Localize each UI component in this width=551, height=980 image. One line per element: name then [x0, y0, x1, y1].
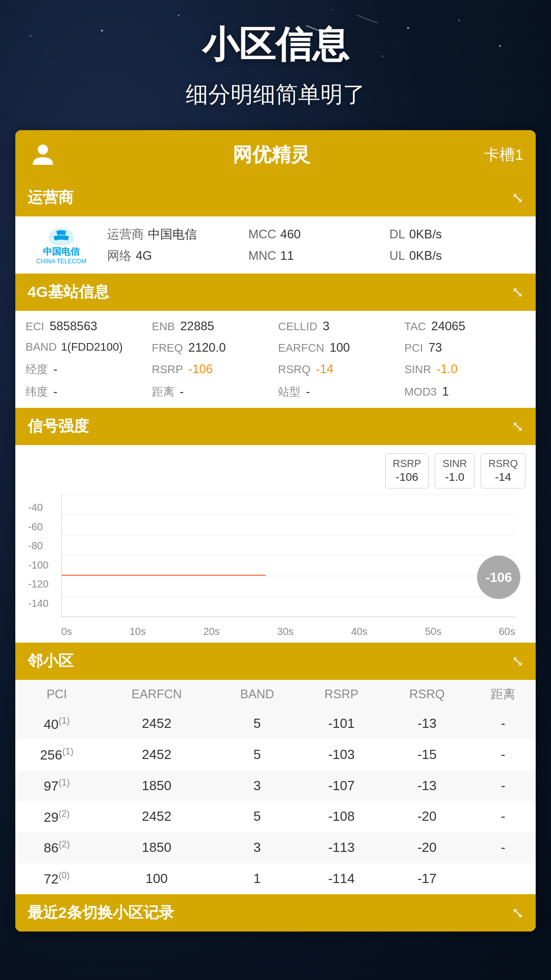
- earfcn-cell: EARFCN 100: [278, 340, 399, 355]
- station-expand-icon[interactable]: ⤡: [512, 284, 523, 301]
- rsrq-legend: RSRQ -14: [481, 453, 525, 488]
- operator-expand-icon[interactable]: ⤡: [512, 189, 523, 206]
- slot-label: 卡槽1: [484, 144, 523, 165]
- pci-value: 29(2): [15, 801, 98, 832]
- station-section-title: 4G基站信息: [28, 282, 109, 303]
- dist-value: -: [470, 739, 536, 770]
- earfcn-value: 1850: [98, 770, 215, 801]
- station-type-cell: 站型 -: [278, 384, 399, 400]
- network-pair: 网络 4G: [107, 248, 243, 264]
- neighbor-section-title: 邻小区: [28, 651, 73, 672]
- table-row: 97(1) 1850 3 -107 -13 -: [15, 770, 536, 801]
- operator-row: 中国电信 CHINA TELECOM 运营商 中国电信 MCC 460 DL: [26, 225, 525, 265]
- chart-grid: [61, 495, 515, 617]
- ul-pair: UL 0KB/s: [389, 248, 525, 264]
- dl-pair: DL 0KB/s: [389, 226, 525, 242]
- col-band: BAND: [215, 680, 299, 708]
- longitude-cell: 经度 -: [26, 362, 147, 377]
- pci-value: 86(2): [15, 832, 98, 863]
- distance-cell: 距离 -: [152, 384, 273, 400]
- neighbor-section-header[interactable]: 邻小区 ⤡: [15, 643, 536, 680]
- operator-section-header[interactable]: 运营商 ⤡: [15, 179, 536, 216]
- logo-cn-text: 中国电信: [43, 246, 80, 258]
- pci-cell: PCI 73: [405, 340, 526, 355]
- dist-value: -: [470, 770, 536, 801]
- band-cell: BAND 1(FDD2100): [26, 340, 147, 355]
- station-grid: ECI 5858563 ENB 22885 CELLID 3 TAC 24065: [26, 319, 525, 400]
- rsrq-value: -13: [384, 770, 470, 801]
- recent-section-header[interactable]: 最近2条切换小区记录 ⤡: [15, 894, 536, 932]
- dist-value: -: [470, 801, 536, 832]
- col-rsrq: RSRQ: [384, 680, 470, 708]
- rsrp-value: -108: [299, 801, 384, 832]
- band-value: 3: [215, 832, 299, 863]
- signal-expand-icon[interactable]: ⤡: [512, 418, 523, 435]
- dist-value: -: [470, 832, 536, 863]
- signal-section-header[interactable]: 信号强度 ⤡: [15, 408, 536, 445]
- operator-name-pair: 运营商 中国电信: [107, 226, 243, 242]
- dist-value: [470, 863, 536, 894]
- neighbor-table-container: PCI EARFCN BAND RSRP RSRQ 距离 40(1) 2452 …: [15, 680, 536, 894]
- col-rsrp: RSRP: [299, 680, 384, 708]
- mod3-cell: MOD3 1: [405, 384, 526, 400]
- chart-legend: RSRP -106 SINR -1.0 RSRQ -14: [26, 453, 525, 488]
- pci-value: 72(0): [15, 863, 98, 894]
- signal-section-title: 信号强度: [28, 416, 89, 437]
- cellid-cell: CELLID 3: [278, 319, 399, 333]
- operator-section-title: 运营商: [28, 187, 73, 208]
- earfcn-value: 2452: [98, 708, 215, 740]
- table-row: 40(1) 2452 5 -101 -13 -: [15, 708, 536, 740]
- rsrp-value: -107: [299, 770, 384, 801]
- operator-info-grid: 运营商 中国电信 MCC 460 DL 0KB/s 网络 4G: [107, 226, 525, 264]
- eci-cell: ECI 5858563: [26, 319, 147, 333]
- col-earfcn: EARFCN: [98, 680, 215, 708]
- rsrp-value: -113: [299, 832, 384, 863]
- neighbor-table: PCI EARFCN BAND RSRP RSRQ 距离 40(1) 2452 …: [15, 680, 536, 894]
- rsrq-value: -17: [384, 863, 470, 894]
- signal-value-bubble: -106: [477, 555, 520, 599]
- earfcn-value: 1850: [98, 832, 215, 863]
- tac-cell: TAC 24065: [405, 319, 526, 333]
- pci-value: 40(1): [15, 708, 98, 740]
- station-section-header[interactable]: 4G基站信息 ⤡: [15, 274, 536, 311]
- band-value: 5: [215, 739, 299, 770]
- rsrq-value: -13: [384, 708, 470, 740]
- rsrp-cell: RSRP -106: [152, 362, 273, 377]
- page-subtitle: 细分明细简单明了: [15, 80, 536, 110]
- svg-point-13: [38, 144, 48, 155]
- x-axis-labels: 0s 10s 20s 30s 40s 50s 60s: [61, 626, 515, 638]
- operator-section-content: 中国电信 CHINA TELECOM 运营商 中国电信 MCC 460 DL: [15, 216, 536, 274]
- recent-expand-icon[interactable]: ⤡: [512, 904, 523, 921]
- person-icon: [28, 139, 58, 170]
- main-card: 网优精灵 卡槽1 运营商 ⤡ 中国电信 CHINA TELECOM: [15, 130, 536, 932]
- table-row: 29(2) 2452 5 -108 -20 -: [15, 801, 536, 832]
- enb-cell: ENB 22885: [152, 319, 273, 333]
- rsrq-cell: RSRQ -14: [278, 362, 399, 377]
- rsrq-value: -20: [384, 832, 470, 863]
- earfcn-value: 100: [98, 863, 215, 894]
- latitude-cell: 纬度 -: [26, 384, 147, 400]
- rsrp-value: -114: [299, 863, 384, 894]
- dist-value: -: [470, 708, 536, 740]
- station-info-content: ECI 5858563 ENB 22885 CELLID 3 TAC 24065: [15, 311, 536, 408]
- earfcn-value: 2452: [98, 801, 215, 832]
- neighbor-expand-icon[interactable]: ⤡: [512, 653, 523, 670]
- app-name: 网优精灵: [58, 142, 484, 168]
- chart-area: -40 -60 -80 -100 -120 -140: [61, 495, 515, 638]
- band-value: 5: [215, 708, 299, 740]
- signal-chart-container: RSRP -106 SINR -1.0 RSRQ -14 -40 -60: [15, 445, 536, 643]
- rsrq-value: -15: [384, 739, 470, 770]
- mnc-pair: MNC 11: [248, 248, 385, 264]
- table-row: 86(2) 1850 3 -113 -20 -: [15, 832, 536, 863]
- mcc-pair: MCC 460: [248, 226, 385, 242]
- rsrp-legend: RSRP -106: [385, 453, 429, 488]
- rsrq-value: -20: [384, 801, 470, 832]
- table-row: 256(1) 2452 5 -103 -15 -: [15, 739, 536, 770]
- col-pci: PCI: [15, 680, 98, 708]
- pci-value: 97(1): [15, 770, 98, 801]
- col-dist: 距离: [470, 680, 536, 708]
- neighbor-table-header-row: PCI EARFCN BAND RSRP RSRQ 距离: [15, 680, 536, 708]
- card-header: 网优精灵 卡槽1: [15, 130, 536, 179]
- signal-line: [62, 575, 266, 576]
- telecom-logo: 中国电信 CHINA TELECOM: [26, 225, 97, 265]
